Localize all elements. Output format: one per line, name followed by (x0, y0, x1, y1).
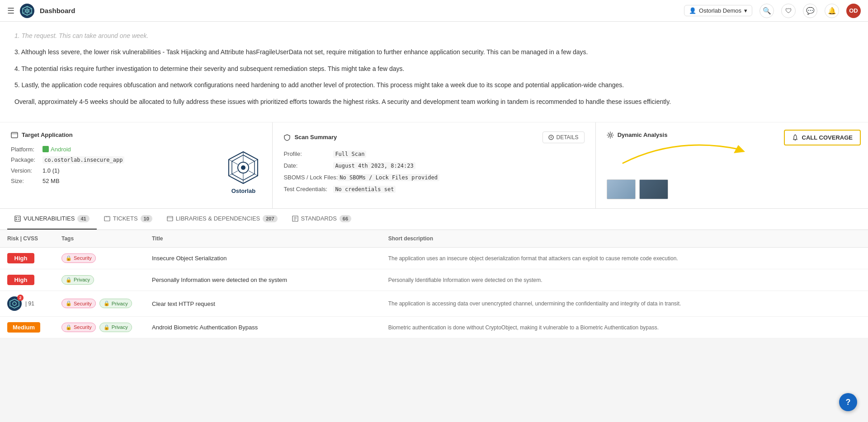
avatar-badge-3: 2 (17, 295, 24, 301)
ostorlab-logo-svg (225, 150, 261, 186)
hamburger-icon[interactable]: ☰ (7, 6, 14, 16)
tab-tickets[interactable]: TICKETS 10 (97, 209, 160, 230)
profile-value: Full Scan (333, 150, 366, 158)
paragraph-1: 1. The request. This can take around one… (14, 31, 854, 41)
tag-privacy-4: 🔒 Privacy (99, 323, 132, 332)
desc-cell-1: The application uses an insecure object … (388, 254, 861, 263)
search-icon[interactable]: 🔍 (760, 4, 774, 18)
size-row: Size: 52 MB (11, 178, 124, 184)
paragraph-3: 3. Although less severe, the lower risk … (14, 47, 854, 57)
package-value: co.ostorlab.insecure_app (42, 156, 124, 164)
vulnerabilities-tab-icon (14, 216, 21, 222)
tab-vulnerabilities[interactable]: VULNERABILITIES 41 (7, 209, 97, 230)
table-row[interactable]: High 🔒 Security Insecure Object Serializ… (0, 248, 868, 269)
table-row[interactable]: Medium 🔒 Security 🔒 Privacy Android Biom… (0, 317, 868, 338)
tab-vulnerabilities-count: 41 (77, 215, 89, 222)
svg-point-10 (241, 165, 245, 170)
details-button[interactable]: DETAILS (542, 131, 585, 143)
dashboard-title: Dashboard (40, 7, 75, 14)
profile-row: Profile: Full Scan (283, 150, 584, 158)
tab-vulnerabilities-label: VULNERABILITIES (24, 215, 75, 222)
date-label: Date: (283, 162, 333, 169)
title-text-3: Clear text HTTP request (152, 300, 215, 307)
svg-rect-24 (15, 216, 20, 221)
tag-privacy-3: 🔒 Privacy (99, 299, 132, 308)
package-label: Package: (11, 156, 42, 163)
details-icon (548, 135, 554, 140)
risk-cell-1: High (7, 253, 61, 263)
bell-small-icon (792, 134, 798, 141)
ostorlab-label: Ostorlab (231, 188, 255, 194)
svg-point-23 (795, 140, 796, 141)
risk-cell-2: High (7, 275, 61, 285)
tag-security-1: 🔒 Security (61, 253, 96, 263)
svg-rect-5 (11, 132, 18, 138)
desc-text-1: The application uses an insecure object … (388, 255, 678, 262)
call-coverage-button[interactable]: CALL COVERAGE (784, 130, 861, 145)
sboms-value: No SBOMs / Lock Files provided (338, 174, 439, 181)
title-text-2: Personally Information were detected on … (152, 277, 287, 283)
title-cell-1: Insecure Object Serialization (152, 254, 388, 262)
profile-label: Profile: (283, 150, 333, 157)
sboms-label: SBOMS / Lock Files: (283, 174, 338, 181)
tab-standards[interactable]: STANDARDS 66 (285, 209, 359, 230)
android-icon (42, 146, 49, 152)
tag-security-4: 🔒 Security (61, 323, 96, 332)
svg-point-20 (609, 134, 611, 136)
table-row[interactable]: High 🔒 Privacy Personally Information we… (0, 269, 868, 291)
header-desc: Short description (388, 235, 861, 242)
tab-tickets-label: TICKETS (113, 215, 138, 222)
shield-icon[interactable]: 🛡 (781, 4, 796, 18)
avatar[interactable]: OD (846, 4, 861, 18)
title-text-4: Android Biometric Authentication Bypass (152, 324, 258, 331)
scan-card-title: Scan Summary (294, 134, 337, 141)
scan-summary-card: Scan Summary DETAILS Profile: Full Scan … (273, 122, 595, 208)
size-value: 52 MB (42, 178, 60, 184)
dynamic-card-title: Dynamic Analysis (618, 131, 668, 138)
privacy-tag-icon: 🔒 (66, 277, 72, 283)
desc-text-3: The application is accessing data over u… (388, 300, 681, 307)
table-row[interactable]: 2 | 91 🔒 Security 🔒 Privacy Clear text H… (0, 291, 868, 317)
title-cell-3: Clear text HTTP request (152, 300, 388, 307)
standards-tab-icon (292, 216, 298, 222)
cards-row: Target Application Platform: Android Pac… (0, 122, 868, 209)
risk-cell-3: 2 | 91 (7, 296, 61, 311)
size-label: Size: (11, 178, 42, 184)
org-icon: 👤 (689, 7, 696, 14)
details-btn-label: DETAILS (557, 134, 579, 141)
title-cell-2: Personally Information were detected on … (152, 276, 388, 283)
dynamic-analysis-card: Dynamic Analysis CALL COVERAGE (596, 122, 868, 208)
credentials-row: Test Credentials: No credentials set (283, 186, 584, 193)
header-tags: Tags (61, 235, 152, 242)
shield-icon (283, 134, 291, 141)
tickets-tab-icon (104, 216, 110, 222)
tags-cell-4: 🔒 Security 🔒 Privacy (61, 323, 152, 332)
target-card-header: Target Application (11, 131, 261, 139)
target-icon (11, 131, 18, 139)
risk-badge-high-2: High (7, 275, 34, 285)
version-value: 1.0 (1) (42, 167, 60, 174)
tab-tickets-count: 10 (141, 215, 152, 222)
version-label: Version: (11, 167, 42, 174)
target-info: Platform: Android Package: co.ostorlab.i… (11, 146, 124, 188)
bell-icon[interactable]: 🔔 (825, 4, 839, 18)
tab-standards-count: 66 (340, 215, 351, 222)
svg-rect-30 (167, 216, 173, 221)
title-cell-4: Android Biometric Authentication Bypass (152, 324, 388, 331)
paragraph-overall: Overall, approximately 4-5 weeks should … (14, 97, 854, 107)
org-selector[interactable]: 👤 Ostorlab Demos ▾ (684, 5, 752, 16)
tab-libraries[interactable]: LIBRARIES & DEPENDENCIES 207 (160, 209, 285, 230)
top-nav: ☰ Dashboard 👤 Ostorlab Demos ▾ 🔍 🛡 💬 🔔 O… (0, 0, 868, 22)
tab-libraries-label: LIBRARIES & DEPENDENCIES (176, 215, 260, 222)
svg-point-19 (551, 136, 551, 136)
target-card-title: Target Application (22, 131, 73, 138)
svg-point-27 (16, 219, 17, 220)
target-application-card: Target Application Platform: Android Pac… (0, 122, 273, 208)
tag-privacy-2: 🔒 Privacy (61, 275, 94, 285)
text-section: 1. The request. This can take around one… (0, 22, 868, 122)
security-tag-icon-4: 🔒 (66, 324, 72, 330)
chat-icon[interactable]: 💬 (803, 4, 817, 18)
privacy-tag-icon-3: 🔒 (104, 300, 110, 306)
table-header-row: Risk | CVSS Tags Title Short description (0, 230, 868, 248)
svg-marker-36 (10, 299, 19, 308)
